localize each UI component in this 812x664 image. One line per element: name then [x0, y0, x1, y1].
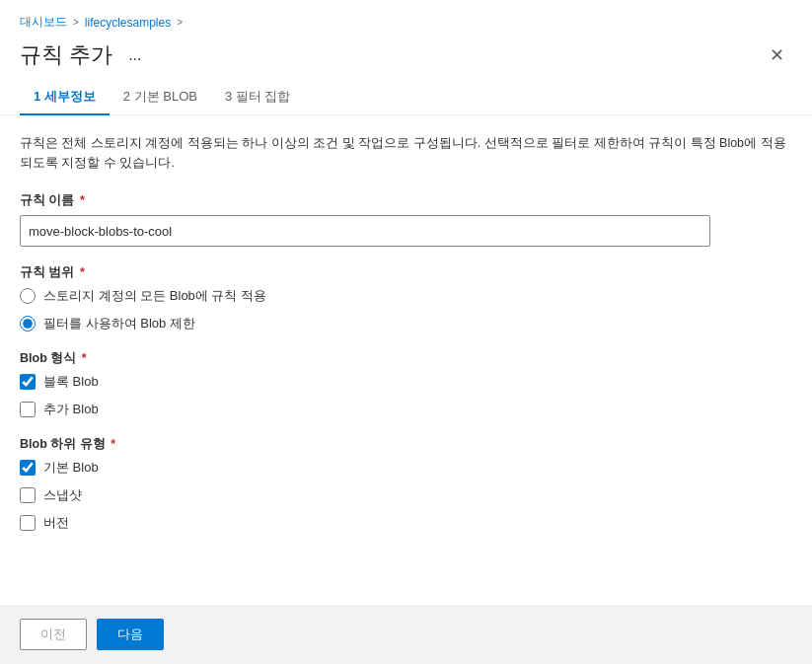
next-button[interactable]: 다음 [97, 619, 164, 650]
required-indicator-subtype: * [108, 437, 115, 451]
close-button[interactable]: ✕ [762, 40, 792, 70]
block-blob-checkbox[interactable] [20, 374, 36, 390]
more-button[interactable]: ... [122, 44, 147, 66]
required-indicator: * [76, 193, 84, 207]
blob-type-append[interactable]: 추가 Blob [20, 401, 792, 418]
description-text: 규칙은 전체 스토리지 계정에 적용되는 하나 이상의 조건 및 작업으로 구성… [20, 133, 792, 173]
scope-filter-radio[interactable] [20, 316, 36, 332]
append-blob-label: 추가 Blob [43, 401, 99, 418]
blob-type-label: Blob 형식 * [20, 350, 792, 367]
blob-type-block[interactable]: 블록 Blob [20, 373, 792, 391]
scope-all-blobs[interactable]: 스토리지 계정의 모든 Blob에 규칙 적용 [20, 287, 792, 305]
rule-scope-label: 규칙 범위 * [20, 264, 792, 281]
blob-subtype-checkbox-group: 기본 Blob 스냅샷 버전 [20, 459, 792, 532]
rule-name-group: 규칙 이름 * [20, 192, 792, 247]
breadcrumb-dashboard[interactable]: 대시보드 [20, 14, 67, 31]
tab-base-blob[interactable]: 2 기본 BLOB [110, 80, 211, 115]
required-indicator-scope: * [76, 265, 84, 279]
tab-details[interactable]: 1 세부정보 [20, 80, 110, 115]
rule-name-label: 규칙 이름 * [20, 192, 792, 209]
blob-subtype-label: Blob 하위 유형 * [20, 436, 792, 453]
breadcrumb-lifecyclesamples[interactable]: lifecyclesamples [85, 16, 171, 30]
snapshot-label: 스냅샷 [43, 486, 82, 504]
subtype-snapshot[interactable]: 스냅샷 [20, 486, 792, 504]
page-title: 규칙 추가 [20, 40, 112, 70]
content-area: 규칙은 전체 스토리지 계정에 적용되는 하나 이상의 조건 및 작업으로 구성… [0, 115, 812, 567]
block-blob-label: 블록 Blob [43, 373, 99, 391]
breadcrumb: 대시보드 > lifecyclesamples > [0, 0, 812, 37]
scope-radio-group: 스토리지 계정의 모든 Blob에 규칙 적용 필터를 사용하여 Blob 제한 [20, 287, 792, 332]
base-blob-label: 기본 Blob [43, 459, 99, 477]
scope-all-radio[interactable] [20, 288, 36, 304]
tabs-container: 1 세부정보 2 기본 BLOB 3 필터 집합 [0, 80, 812, 115]
scope-all-label: 스토리지 계정의 모든 Blob에 규칙 적용 [43, 287, 266, 305]
version-checkbox[interactable] [20, 515, 36, 531]
breadcrumb-sep-2: > [177, 17, 183, 28]
scope-filter-label: 필터를 사용하여 Blob 제한 [43, 315, 195, 332]
subtype-base-blob[interactable]: 기본 Blob [20, 459, 792, 477]
rule-name-input[interactable] [20, 215, 710, 247]
breadcrumb-sep-1: > [73, 17, 79, 28]
scope-filter-blobs[interactable]: 필터를 사용하여 Blob 제한 [20, 315, 792, 332]
panel-header: 규칙 추가 ... ✕ [0, 37, 812, 80]
rule-scope-group: 규칙 범위 * 스토리지 계정의 모든 Blob에 규칙 적용 필터를 사용하여… [20, 264, 792, 332]
append-blob-checkbox[interactable] [20, 402, 36, 417]
blob-subtype-group: Blob 하위 유형 * 기본 Blob 스냅샷 버전 [20, 436, 792, 532]
prev-button[interactable]: 이전 [20, 619, 87, 650]
snapshot-checkbox[interactable] [20, 487, 36, 503]
version-label: 버전 [43, 514, 69, 532]
subtype-version[interactable]: 버전 [20, 514, 792, 532]
blob-type-group: Blob 형식 * 블록 Blob 추가 Blob [20, 350, 792, 418]
tab-filter-set[interactable]: 3 필터 집합 [211, 80, 304, 115]
required-indicator-blob: * [78, 351, 86, 365]
base-blob-checkbox[interactable] [20, 460, 36, 476]
footer: 이전 다음 [0, 605, 812, 664]
blob-type-checkbox-group: 블록 Blob 추가 Blob [20, 373, 792, 418]
